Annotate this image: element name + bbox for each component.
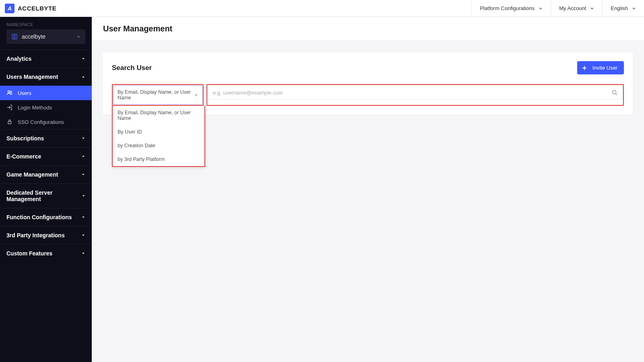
filter-dropdown[interactable]: By Email, Display Name, or User Name	[112, 84, 204, 106]
sidebar-section-users-mgmt: Users Management Users Login Methods SSO…	[0, 68, 92, 129]
filter-option-userid[interactable]: By User ID	[113, 125, 204, 139]
section-label: Function Configurations	[6, 214, 72, 220]
chevron-down-icon	[590, 6, 594, 10]
svg-point-1	[8, 91, 10, 93]
namespace-value: accelbyte	[22, 33, 72, 40]
namespace-selector[interactable]: accelbyte	[6, 29, 85, 44]
top-nav: Platform Configurations My Account Engli…	[471, 0, 644, 16]
section-label: Users Management	[6, 74, 58, 80]
sidebar-section-analytics: Analytics	[0, 49, 92, 68]
top-nav-label: Platform Configurations	[480, 5, 535, 11]
chevron-down-icon	[539, 6, 543, 10]
sidebar-item-sso-config[interactable]: SSO Configurations	[0, 115, 92, 129]
sidebar-item-login-methods[interactable]: Login Methods	[0, 100, 92, 115]
top-nav-language[interactable]: English	[602, 0, 644, 16]
svg-point-4	[613, 90, 616, 94]
caret-down-icon	[81, 233, 85, 237]
section-label: E-Commerce	[6, 153, 41, 160]
section-label: Custom Features	[6, 250, 52, 257]
caret-down-icon	[81, 57, 85, 61]
page-header: User Management	[92, 17, 644, 41]
section-header-game-mgmt[interactable]: Game Management	[0, 166, 92, 183]
card-header: Search User Invite User	[112, 61, 624, 74]
sidebar: NAMESPACE accelbyte Analytics Users Mana…	[0, 17, 92, 362]
namespace-label: NAMESPACE	[0, 17, 92, 29]
filter-selected-text: By Email, Display Name, or User Name	[118, 89, 194, 101]
namespace-icon	[11, 33, 18, 40]
chevron-down-icon	[76, 35, 80, 39]
caret-down-icon	[81, 173, 85, 177]
card-title: Search User	[112, 64, 152, 72]
login-icon	[6, 104, 13, 111]
svg-point-2	[10, 91, 12, 93]
section-header-subscriptions[interactable]: Subscriptions	[0, 130, 92, 147]
sidebar-section-game-mgmt: Game Management	[0, 165, 92, 183]
caret-up-icon	[81, 75, 85, 79]
section-label: Subscriptions	[6, 135, 44, 142]
caret-down-icon	[81, 154, 85, 158]
top-nav-platform-config[interactable]: Platform Configurations	[471, 0, 551, 16]
section-header-ecommerce[interactable]: E-Commerce	[0, 148, 92, 165]
logo-icon: A	[5, 4, 14, 13]
section-header-custom-features[interactable]: Custom Features	[0, 245, 92, 262]
sidebar-section-ecommerce: E-Commerce	[0, 147, 92, 165]
sidebar-section-dedicated-server: Dedicated Server Management	[0, 183, 92, 208]
section-header-3rd-party[interactable]: 3rd Party Integrations	[0, 226, 92, 244]
sidebar-section-custom-features: Custom Features	[0, 244, 92, 262]
users-icon	[6, 90, 13, 96]
caret-down-icon	[82, 194, 85, 198]
caret-down-icon	[81, 215, 85, 219]
section-label: Game Management	[6, 171, 58, 178]
sidebar-section-function-config: Function Configurations	[0, 208, 92, 226]
invite-label: Invite User	[592, 65, 617, 71]
page-title: User Management	[103, 24, 633, 33]
logo-text: ACCELBYTE	[18, 5, 56, 12]
top-nav-label: English	[611, 5, 628, 11]
filter-option-creation-date[interactable]: by Creation Date	[113, 139, 204, 152]
filter-option-email[interactable]: By Email, Display Name, or User Name	[113, 106, 204, 125]
section-header-function-config[interactable]: Function Configurations	[0, 208, 92, 226]
top-nav-my-account[interactable]: My Account	[551, 0, 602, 16]
section-label: Dedicated Server Management	[6, 189, 82, 202]
filter-dropdown-inner: By Email, Display Name, or User Name	[113, 85, 202, 105]
sidebar-item-label: SSO Configurations	[18, 119, 64, 125]
search-field-wrapper	[206, 84, 624, 106]
caret-down-icon	[81, 251, 85, 255]
sidebar-item-label: Login Methods	[18, 105, 52, 111]
invite-user-button[interactable]: Invite User	[577, 61, 624, 74]
top-nav-label: My Account	[559, 5, 586, 11]
section-header-dedicated-server[interactable]: Dedicated Server Management	[0, 184, 92, 208]
section-label: 3rd Party Integrations	[6, 232, 65, 239]
search-user-card: Search User Invite User By Email, Displa…	[103, 52, 633, 115]
search-input[interactable]	[213, 90, 612, 96]
section-label: Analytics	[6, 56, 31, 62]
sidebar-section-3rd-party: 3rd Party Integrations	[0, 226, 92, 244]
filter-dropdown-list: By Email, Display Name, or User Name By …	[112, 106, 205, 167]
plus-icon	[582, 66, 587, 70]
content-wrapper: Search User Invite User By Email, Displa…	[92, 41, 644, 126]
sidebar-item-label: Users	[18, 90, 31, 96]
search-inner	[208, 85, 623, 100]
filter-option-3rd-party[interactable]: by 3rd Party Platform	[113, 152, 204, 166]
section-header-users-mgmt[interactable]: Users Management	[0, 68, 92, 86]
main-content: User Management Search User Invite User …	[92, 17, 644, 362]
svg-rect-3	[8, 121, 11, 124]
chevron-down-icon	[194, 93, 198, 97]
lock-icon	[6, 119, 13, 125]
chevron-down-icon	[632, 6, 636, 10]
section-header-analytics[interactable]: Analytics	[0, 50, 92, 68]
sidebar-item-users[interactable]: Users	[0, 86, 92, 100]
search-icon	[612, 90, 617, 95]
sidebar-section-subscriptions: Subscriptions	[0, 129, 92, 147]
logo[interactable]: A ACCELBYTE	[0, 4, 56, 13]
search-row: By Email, Display Name, or User Name By …	[112, 84, 624, 106]
caret-down-icon	[81, 136, 85, 140]
top-header: A ACCELBYTE Platform Configurations My A…	[0, 0, 644, 17]
